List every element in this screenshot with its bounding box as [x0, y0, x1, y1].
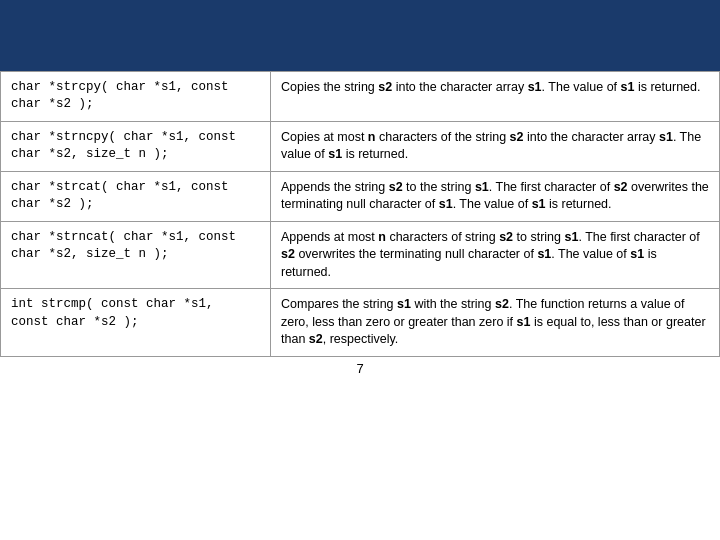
desc-cell-2: Appends the string s2 to the string s1. …: [271, 171, 720, 221]
code-cell-1: char *strncpy( char *s1, const char *s2,…: [1, 121, 271, 171]
table-row: char *strcpy( char *s1, const char *s2 )…: [1, 71, 720, 121]
code-cell-0: char *strcpy( char *s1, const char *s2 )…: [1, 71, 271, 121]
desc-cell-0: Copies the string s2 into the character …: [271, 71, 720, 121]
desc-cell-1: Copies at most n characters of the strin…: [271, 121, 720, 171]
page-number: 7: [0, 357, 720, 380]
code-cell-2: char *strcat( char *s1, const char *s2 )…: [1, 171, 271, 221]
table-container: char *strcpy( char *s1, const char *s2 )…: [0, 71, 720, 380]
table-row: int strcmp( const char *s1, const char *…: [1, 289, 720, 357]
desc-cell-3: Appends at most n characters of string s…: [271, 221, 720, 289]
code-cell-4: int strcmp( const char *s1, const char *…: [1, 289, 271, 357]
table-row: char *strncpy( char *s1, const char *s2,…: [1, 121, 720, 171]
header: [0, 0, 720, 71]
table-row: char *strcat( char *s1, const char *s2 )…: [1, 171, 720, 221]
page-title: [24, 16, 696, 53]
desc-cell-4: Compares the string s1 with the string s…: [271, 289, 720, 357]
code-cell-3: char *strncat( char *s1, const char *s2,…: [1, 221, 271, 289]
table-row: char *strncat( char *s1, const char *s2,…: [1, 221, 720, 289]
functions-table: char *strcpy( char *s1, const char *s2 )…: [0, 71, 720, 357]
